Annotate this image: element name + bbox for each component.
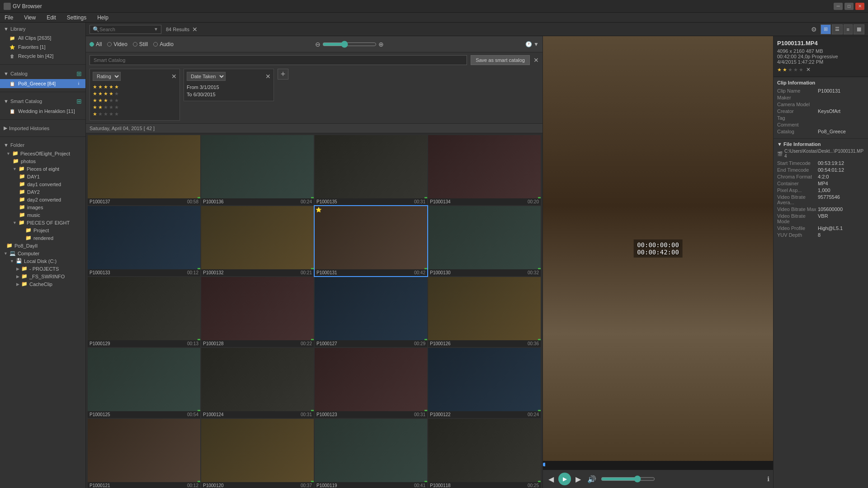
clip-item-p1000134[interactable]: P100013400:20 <box>428 135 541 205</box>
rating-star-3[interactable]: ★ <box>788 67 793 73</box>
tree-item-pieces-of-eight[interactable]: ▼ 📁 Pieces of eight <box>0 165 85 173</box>
imported-histories-header[interactable]: ▶ Imported Histories <box>0 123 85 133</box>
clip-item-p1000130[interactable]: P100013000:32 <box>428 206 541 276</box>
tab-still[interactable]: Still <box>133 41 148 47</box>
clip-item-p1000135[interactable]: P100013500:31 <box>315 135 427 205</box>
clip-item-p1000122[interactable]: P100012200:24 <box>428 348 541 418</box>
volume-icon[interactable]: 🔊 <box>585 474 598 484</box>
clip-item-p1000133[interactable]: P100013300:12 <box>88 206 200 276</box>
stars-2[interactable]: ★ ★ ★ ★ ★ <box>93 104 177 111</box>
view-list-button[interactable]: ☰ <box>832 24 843 34</box>
tab-audio[interactable]: Audio <box>153 41 174 47</box>
tree-item-pieces-of-eight-upper[interactable]: ▼ 📁 PIECES OF EIGHT <box>0 219 85 226</box>
clip-item-p1000119[interactable]: P100011900:41 <box>315 419 427 488</box>
clear-results-icon[interactable]: ✕ <box>192 26 198 33</box>
info-badge[interactable]: i <box>75 80 82 87</box>
clip-item-p1000137[interactable]: P100013700:58 <box>88 135 200 205</box>
filter-date-close-icon[interactable]: ✕ <box>265 73 271 80</box>
tree-item-local-disk[interactable]: ▼ 💾 Local Disk (C:) <box>0 257 85 265</box>
tree-item-fs-swrinfo[interactable]: ▶ 📁 _FS_SWRINFO <box>0 272 85 280</box>
tree-item-rendered[interactable]: 📁 rendered <box>0 234 85 242</box>
library-header[interactable]: ▼ Library <box>0 24 85 33</box>
stars-4[interactable]: ★ ★ ★ ★ ★ <box>93 90 177 97</box>
view-detail-button[interactable]: ≡ <box>844 24 853 34</box>
filter-rating-close-icon[interactable]: ✕ <box>171 73 177 80</box>
tree-item-po8-dayii[interactable]: 📁 Po8_DayII <box>0 242 85 249</box>
clip-item-p1000129[interactable]: P100012900:13 <box>88 277 200 347</box>
view-filmstrip-button[interactable]: ▦ <box>854 24 864 34</box>
clip-item-p1000118[interactable]: P100011800:25 <box>428 419 541 488</box>
clear-smart-catalog-icon[interactable]: ✕ <box>533 56 539 64</box>
tab-all[interactable]: All <box>90 41 102 47</box>
tree-item-photos[interactable]: 📁 photos <box>0 157 85 165</box>
tree-item-day2[interactable]: 📁 DAY2 <box>0 188 85 196</box>
clip-item-p1000125[interactable]: P100012500:54 <box>88 348 200 418</box>
view-grid-button[interactable]: ⊞ <box>821 24 831 34</box>
catalog-add-icon[interactable]: ⊞ <box>76 70 82 77</box>
menu-file[interactable]: File <box>2 14 16 22</box>
search-input[interactable] <box>99 27 154 32</box>
clip-item-p1000132[interactable]: P100013200:21 <box>201 206 314 276</box>
close-button[interactable]: ✕ <box>855 3 864 10</box>
clip-item-p1000128[interactable]: P100012800:22 <box>201 277 314 347</box>
clip-item-p1000123[interactable]: P100012300:31 <box>315 348 427 418</box>
sidebar-item-favorites[interactable]: ⭐ Favorites [1] <box>0 42 85 52</box>
tab-video[interactable]: Video <box>107 41 127 47</box>
smart-catalog-header[interactable]: ▼ Smart Catalog ⊞ <box>0 96 85 107</box>
maximize-button[interactable]: □ <box>844 3 854 10</box>
zoom-out-icon[interactable]: ⊖ <box>315 41 321 48</box>
zoom-range[interactable] <box>322 41 377 48</box>
play-button[interactable]: ▶ <box>558 473 571 485</box>
clip-item-p1000131[interactable]: ⭐P100013100:42 <box>315 206 427 276</box>
folder-header[interactable]: ▼ Folder <box>0 141 85 150</box>
tree-item-projects[interactable]: ▶ 📁 - PROJECTS <box>0 265 85 272</box>
forward-button[interactable]: ▶ <box>574 474 583 484</box>
search-dropdown-icon[interactable]: ▼ <box>154 27 158 32</box>
filter-rating-select[interactable]: Rating <box>93 72 121 81</box>
clip-item-p1000124[interactable]: P100012400:31 <box>201 348 314 418</box>
rating-star-4[interactable]: ★ <box>793 67 798 73</box>
tree-item-day1-converted[interactable]: 📁 day1 converted <box>0 180 85 188</box>
stars-1[interactable]: ★ ★ ★ ★ ★ <box>93 111 177 117</box>
clip-item-p1000120[interactable]: P100012000:37 <box>201 419 314 488</box>
smart-catalog-add-icon[interactable]: ⊞ <box>76 98 82 105</box>
preview-info-icon[interactable]: ℹ <box>767 475 769 483</box>
gear-icon[interactable]: ⚙ <box>811 26 817 33</box>
rating-star-5[interactable]: ★ <box>799 67 803 73</box>
tree-item-images[interactable]: 📁 images <box>0 203 85 211</box>
clip-item-p1000126[interactable]: P100012600:36 <box>428 277 541 347</box>
tree-item-day2-converted[interactable]: 📁 day2 converted <box>0 196 85 203</box>
clip-item-p1000121[interactable]: P100012100:12 <box>88 419 200 488</box>
minimize-button[interactable]: ─ <box>834 3 843 10</box>
smart-catalog-input[interactable] <box>90 55 467 65</box>
menu-help[interactable]: Help <box>94 14 111 22</box>
rewind-button[interactable]: ◀ <box>547 474 556 484</box>
rating-clear-icon[interactable]: ✕ <box>806 66 811 73</box>
sidebar-item-po8-greece[interactable]: 📋 Po8_Greece [84] i <box>0 79 85 88</box>
sidebar-item-all-clips[interactable]: 📁 All Clips [2635] <box>0 33 85 42</box>
menu-edit[interactable]: Edit <box>44 14 59 22</box>
add-filter-button[interactable]: + <box>278 69 288 80</box>
progress-bar-container[interactable] <box>543 463 773 466</box>
tree-item-cacheclip[interactable]: ▶ 📁 CacheClip <box>0 280 85 288</box>
tree-item-project[interactable]: 📁 Project <box>0 226 85 234</box>
tree-item-day1[interactable]: 📁 DAY1 <box>0 173 85 180</box>
stars-3[interactable]: ★ ★ ★ ★ ★ <box>93 97 177 104</box>
tree-item-music[interactable]: 📁 music <box>0 211 85 219</box>
rating-star-2[interactable]: ★ <box>783 67 787 73</box>
tree-item-computer[interactable]: ▼ 💻 Computer <box>0 249 85 257</box>
menu-settings[interactable]: Settings <box>64 14 89 22</box>
catalog-header[interactable]: ▼ Catalog ⊞ <box>0 68 85 79</box>
rating-star-1[interactable]: ★ <box>777 67 782 73</box>
save-smart-catalog-button[interactable]: Save as smart catalog <box>471 55 530 65</box>
stars-5[interactable]: ★ ★ ★ ★ ★ <box>93 84 177 90</box>
sidebar-item-recycle[interactable]: 🗑 Recycle bin [42] <box>0 52 85 61</box>
clip-item-p1000127[interactable]: P100012700:29 <box>315 277 427 347</box>
sidebar-item-wedding[interactable]: 📋 Wedding in Heraklion [11] <box>0 107 85 116</box>
volume-slider[interactable] <box>601 475 655 483</box>
clip-item-p1000136[interactable]: P100013600:24 <box>201 135 314 205</box>
filter-date-select[interactable]: Date Taken <box>187 72 226 81</box>
zoom-in-icon[interactable]: ⊕ <box>378 41 384 48</box>
menu-view[interactable]: View <box>21 14 38 22</box>
tree-item-poe-project[interactable]: ▼ 📁 PiecesOfEight_Project <box>0 150 85 157</box>
